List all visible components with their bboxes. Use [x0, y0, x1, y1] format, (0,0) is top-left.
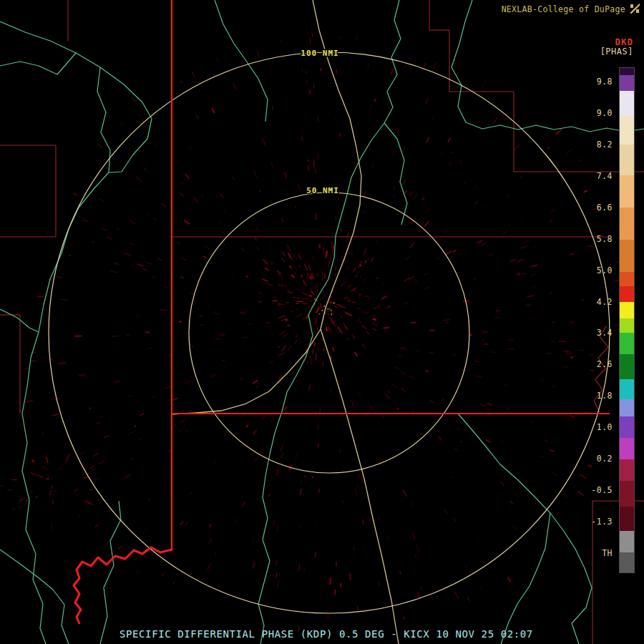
- colorbar-segment: [620, 507, 634, 531]
- colorbar-segment: [620, 399, 634, 416]
- colorbar-tick-label: 0.2: [597, 454, 613, 464]
- status-bar-text: SPECIFIC DIFFERENTIAL PHASE (KDP) 0.5 DE…: [119, 628, 533, 640]
- range-ring-labels: 100 NMI50 NMI: [301, 49, 339, 195]
- range-ring-label: 50 NMI: [306, 186, 339, 195]
- river-line: [0, 53, 76, 74]
- colorbar-tick-label: 5.8: [597, 234, 613, 244]
- range-ring-50-nmi: [189, 192, 469, 473]
- radar-map: 100 NMI50 NMI: [0, 0, 644, 644]
- radar-echo-layer: [0, 26, 633, 631]
- units-label: [PHAS]: [600, 47, 633, 57]
- colorbar-tick-label: 1.8: [597, 391, 613, 401]
- colorbar-segment: [620, 438, 634, 459]
- colorbar-tick-label: 2.6: [597, 359, 613, 369]
- range-ring-100-nmi: [49, 52, 610, 613]
- colorbar-segment: [620, 354, 634, 379]
- river-line: [100, 501, 121, 644]
- colorbar-tick-label: 9.8: [597, 77, 613, 87]
- colorbar-segment: [620, 91, 634, 116]
- colorbar-tick-label: -1.3: [591, 517, 613, 527]
- river-line: [97, 67, 110, 172]
- product-code-label: DKD: [615, 36, 633, 47]
- range-ring-label: 100 NMI: [301, 49, 338, 58]
- colorbar-segment: [620, 175, 634, 208]
- colorbar-segment: [620, 116, 634, 145]
- river-line: [452, 0, 644, 132]
- highway-line: [321, 329, 399, 644]
- colorbar-segment: [620, 286, 634, 302]
- threshold-label: TH: [602, 548, 613, 558]
- colorbar-tick-label: 1.0: [597, 422, 613, 432]
- colorbar-tick-label: 9.0: [597, 108, 613, 118]
- roads-layer: [172, 0, 399, 644]
- river-line: [0, 21, 152, 253]
- colorbar-tick-label: 6.6: [597, 203, 613, 213]
- range-rings-layer: [49, 52, 610, 613]
- branding-text: NEXLAB-College of DuPage: [502, 4, 625, 14]
- colorbar-tick-label: 7.4: [597, 171, 613, 181]
- colorbar-tick-label: 3.4: [597, 328, 613, 338]
- colorbar: [619, 67, 635, 573]
- colorbar-segment: [620, 302, 634, 318]
- river-line: [458, 414, 592, 644]
- river-line: [22, 253, 62, 644]
- colorbar-segment: [620, 379, 634, 399]
- colorbar-segment: [620, 459, 634, 481]
- colorbar-segment: [620, 240, 634, 272]
- colorbar-segment: [620, 333, 634, 354]
- colorbar-segment: [620, 208, 634, 240]
- colorbar-tick-label: 4.2: [597, 297, 613, 307]
- cod-logo-icon: [630, 4, 640, 14]
- colorbar-segment: [620, 531, 634, 552]
- colorbar-segment: [620, 145, 634, 175]
- colorbar-tick-label: 5.0: [597, 265, 613, 275]
- river-line: [0, 309, 39, 332]
- colorbar-segment: [620, 75, 634, 91]
- radar-viewer: 100 NMI50 NMI NEXLAB-College of DuPage D…: [0, 0, 644, 644]
- colorbar-segment: [620, 481, 634, 507]
- colorbar-segment: [620, 68, 634, 75]
- colorbar-segment: [620, 318, 634, 333]
- colorbar-tick-label: -0.5: [591, 485, 613, 495]
- colorbar-segment: [620, 416, 634, 438]
- colorbar-segment: [620, 272, 634, 286]
- colorbar-tick-label: 8.2: [597, 140, 613, 150]
- colorbar-segment: [620, 552, 634, 572]
- state-border-line: [74, 547, 172, 624]
